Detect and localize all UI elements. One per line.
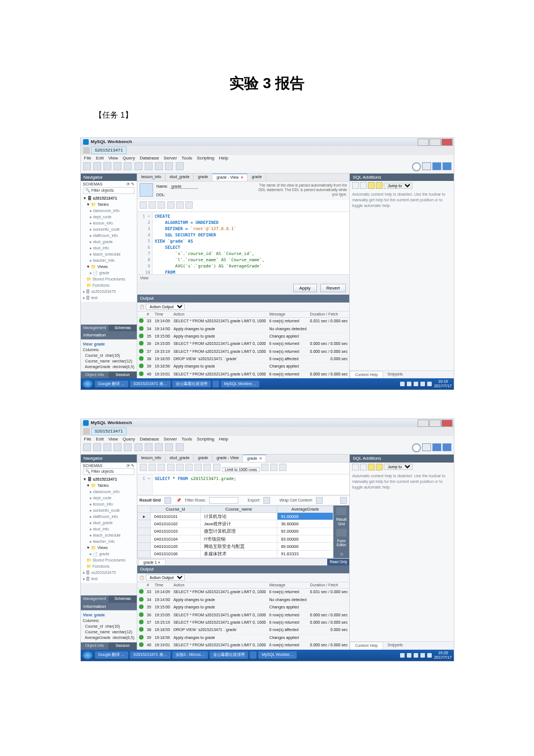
result-tab[interactable]: grade 1 × <box>138 559 166 565</box>
limit-rows-select[interactable]: Limit to 1000 rows <box>222 467 260 472</box>
sql-rollback-icon[interactable] <box>203 464 211 471</box>
close-tab-icon[interactable]: × <box>259 456 262 460</box>
start-button[interactable] <box>83 651 93 659</box>
tree-table-item[interactable]: stud_info <box>93 246 108 250</box>
tool-schema-icon[interactable] <box>114 162 121 170</box>
taskbar-item[interactable]: 金山毒霸垃圾清理 <box>210 651 248 658</box>
schema-tree[interactable]: ▼ 🗄 s2015213471 ▼ 📁 Tables ▸ classroom_i… <box>83 476 134 582</box>
taskbar-item[interactable] <box>212 381 219 387</box>
taskbar-item[interactable]: MySQL Workbe… <box>221 381 259 387</box>
menu-server[interactable]: Server <box>164 437 177 442</box>
tree-table-item[interactable]: stud_info <box>93 527 108 531</box>
panel-toggle-left-icon[interactable] <box>422 443 431 451</box>
tray-icon[interactable] <box>414 382 418 386</box>
menu-edit[interactable]: Edit <box>96 155 104 161</box>
side-result-grid-icon[interactable] <box>336 507 346 515</box>
tray-icon[interactable] <box>407 653 411 658</box>
home-icon[interactable] <box>83 428 90 435</box>
tool-view-icon[interactable] <box>134 162 142 170</box>
tool-refresh-icon[interactable] <box>176 162 184 170</box>
panel-collapse-icon[interactable] <box>340 497 347 504</box>
tree-table-item[interactable]: teach_schedule <box>93 252 120 256</box>
panel-toggle-bottom-icon[interactable] <box>432 443 441 451</box>
sql-autocommit-icon[interactable] <box>213 464 220 471</box>
tool-proc-icon[interactable] <box>145 162 153 170</box>
sql-wrap-icon[interactable] <box>185 201 193 209</box>
menu-database[interactable]: Database <box>140 155 159 161</box>
nav-fwd-icon[interactable] <box>360 464 367 470</box>
editor-tab[interactable]: lesson_info <box>137 455 166 462</box>
taskbar-item[interactable]: MySQL Workbe… <box>258 651 297 658</box>
tree-view-item[interactable]: grade <box>99 271 109 275</box>
tool-func-icon[interactable] <box>155 162 163 170</box>
sql-editor[interactable]: 1 •2345678910111213 CREATE ALGORITHM = U… <box>137 212 349 275</box>
output-row[interactable]: 4019:19:01SELECT * FROM s2015213471.grad… <box>137 642 349 649</box>
jump-to-icon[interactable] <box>368 182 375 189</box>
tree-db[interactable]: s2015213471 <box>93 477 117 481</box>
tab-object-info[interactable]: Object Info <box>81 642 109 649</box>
close-button[interactable] <box>441 420 453 427</box>
tab-context-help[interactable]: Context Help <box>350 371 383 378</box>
output-row[interactable]: 3519:15:00Apply changes to gradeChanges … <box>137 604 349 611</box>
grid-icon[interactable] <box>164 497 171 504</box>
minimize-button[interactable] <box>418 139 429 146</box>
tab-context-help[interactable]: Context Help <box>350 642 383 649</box>
tray-icon[interactable] <box>414 653 418 658</box>
revert-button[interactable]: Revert <box>320 284 346 292</box>
result-grid[interactable]: Course_id Course_name AverageGrade ▸0401… <box>137 506 333 558</box>
sql-wrap-icon[interactable] <box>279 464 286 471</box>
tray-icon[interactable] <box>407 382 411 386</box>
result-row[interactable]: 0401010104IT市场营销83.00000 <box>137 535 333 543</box>
help-wheel-icon[interactable] <box>412 162 421 171</box>
menu-query[interactable]: Query <box>123 155 135 161</box>
minimize-button[interactable] <box>418 420 429 427</box>
editor-tab[interactable]: stud_grade <box>166 455 194 462</box>
tree-other-db[interactable]: ss20152l3475 <box>91 290 116 293</box>
editor-tab-active[interactable]: grade - View× <box>212 174 248 181</box>
tool-table-icon[interactable] <box>124 162 132 170</box>
tool-table-icon[interactable] <box>124 443 132 451</box>
output-row[interactable]: 3719:15:19SELECT * FROM s2015213471.grad… <box>137 348 349 355</box>
tree-views[interactable]: Views <box>97 265 108 269</box>
sql-stop-icon[interactable] <box>185 464 193 471</box>
tab-snippets[interactable]: Snippets <box>383 371 407 378</box>
result-row[interactable]: 0401010103微型计算机原理92.00000 <box>137 528 333 535</box>
taskbar-item[interactable]: 金山毒霸垃圾清理 <box>172 381 211 387</box>
tree-table-item[interactable]: teach_schedule <box>93 533 120 537</box>
tool-schema-icon[interactable] <box>114 443 121 451</box>
tree-table-item[interactable]: staffroom_info <box>93 234 118 237</box>
maximize-button[interactable] <box>429 420 441 427</box>
tool-func-icon[interactable] <box>155 443 163 451</box>
result-row[interactable]: 0401010102Java程序设计36.80000 <box>137 520 333 528</box>
connection-tab[interactable]: S2015213471 <box>91 427 127 435</box>
sql-beautify-icon[interactable] <box>261 464 268 471</box>
tree-other-db[interactable]: test <box>91 296 97 300</box>
rg-col-header[interactable]: AverageGrade <box>277 506 333 513</box>
tree-table-item[interactable]: dept_code <box>93 496 111 500</box>
tree-other-db[interactable]: ss20152l3475 <box>91 571 116 574</box>
tray-icon[interactable] <box>427 653 432 658</box>
tab-object-info[interactable]: Object Info <box>81 371 109 378</box>
jump-to-select[interactable]: Jump to <box>384 183 413 189</box>
sql-open-icon[interactable] <box>140 464 147 471</box>
editor-tab[interactable]: grade - View <box>212 455 243 462</box>
tree-fn[interactable]: Functions <box>92 564 109 568</box>
taskbar-item[interactable] <box>250 651 257 658</box>
tree-view-item[interactable]: grade <box>99 552 109 556</box>
output-row[interactable]: 3619:15:05SELECT * FROM s2015213471.grad… <box>137 611 349 619</box>
sql-run-cursor-icon[interactable] <box>167 464 175 471</box>
side-form-editor-label[interactable]: Form Editor <box>333 539 349 548</box>
tab-schemas[interactable]: Schemas <box>108 595 137 602</box>
sql-find-icon[interactable] <box>270 464 277 471</box>
sql-editor[interactable]: 1 • SELECT * FROM s2015213471.grade; <box>137 474 349 495</box>
menu-database[interactable]: Database <box>140 437 159 442</box>
output-mode-select[interactable]: Action Output <box>146 574 185 581</box>
tray-icon[interactable] <box>427 382 432 386</box>
taskbar-item[interactable]: Google 翻译 … <box>95 651 128 658</box>
tree-fn[interactable]: Functions <box>92 283 109 287</box>
tree-table-item[interactable]: lesson_info <box>93 221 112 225</box>
sql-run-icon[interactable] <box>158 464 165 471</box>
panel-toggle-left-icon[interactable] <box>422 162 431 170</box>
taskbar-item[interactable]: S2015213471 表… <box>130 651 171 658</box>
schemas-refresh-icon[interactable]: ⟳ ✎ <box>127 464 134 468</box>
